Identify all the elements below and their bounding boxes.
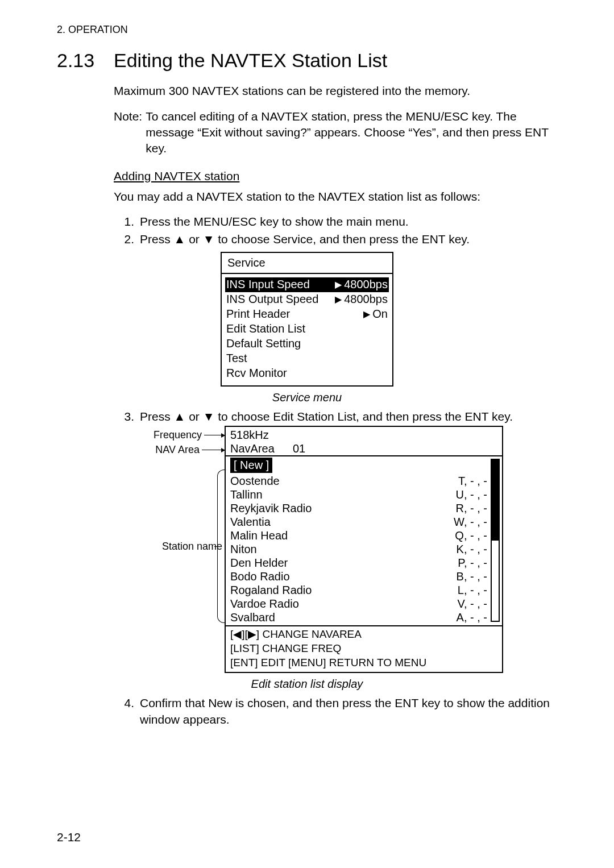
service-menu-item-print-header[interactable]: Print Header On (226, 307, 388, 322)
service-menu-item-edit-station-list[interactable]: Edit Station List (226, 322, 388, 337)
edit-station-list-footer: [][] CHANGE NAVAREA [LIST] CHANGE FREQ [… (226, 625, 502, 672)
service-menu-item-ins-output-speed[interactable]: INS Output Speed 4800bps (226, 292, 388, 307)
page-number: 2-12 (57, 829, 81, 845)
triangle-right-icon (335, 293, 342, 306)
service-menu-item-test[interactable]: Test (226, 351, 388, 366)
station-row[interactable]: SvalbardA, - , - (230, 610, 487, 624)
note-block: Note: To cancel editing of a NAVTEX stat… (114, 109, 557, 157)
triangle-right-icon (335, 279, 342, 291)
triangle-up-icon (174, 232, 186, 246)
section-title: 2.13 Editing the NAVTEX Station List (57, 48, 557, 74)
arrow-icon (202, 450, 225, 450)
scrollbar-thumb[interactable] (492, 460, 499, 541)
station-row[interactable]: TallinnU, - , - (230, 488, 487, 501)
step-1: 1. Press the MENU/ESC key to show the ma… (114, 214, 557, 230)
station-row[interactable]: Reykjavik RadioR, - , - (230, 501, 487, 515)
scrollbar[interactable] (491, 459, 500, 622)
step-text: Press or to choose Edit Station List, an… (140, 409, 513, 425)
arrow-icon (204, 435, 225, 435)
station-row[interactable]: Bodo RadioB, - , - (230, 570, 487, 583)
edit-station-list-caption: Edit station list display (57, 676, 557, 692)
footer-line-2: [LIST] CHANGE FREQ (230, 642, 497, 656)
section-number: 2.13 (57, 48, 114, 74)
triangle-left-icon (233, 628, 242, 640)
service-menu-item-rcv-monitor[interactable]: Rcv Monitor (226, 366, 388, 381)
step-2: 2. Press or to choose Service, and then … (114, 231, 557, 247)
frequency-value: 518kHz (230, 427, 293, 443)
note-label: Note: (114, 109, 142, 157)
callout-station-name: Station name (162, 539, 222, 553)
step-text: Press or to choose Service, and then pre… (140, 231, 470, 247)
edit-station-list-header: 518kHz NavArea 01 (226, 427, 502, 456)
step-list: 1. Press the MENU/ESC key to show the ma… (114, 214, 557, 247)
section-heading: Editing the NAVTEX Station List (114, 48, 387, 74)
step-number: 3. (114, 409, 140, 425)
running-head: 2. OPERATION (57, 23, 557, 36)
step-4: 4. Confirm that New is chosen, and then … (114, 695, 557, 728)
callout-navarea: NAV Area (155, 443, 200, 456)
footer-line-3: [ENT] EDIT [MENU] RETURN TO MENU (230, 656, 497, 670)
callout-column: Frequency NAV Area Station name (111, 426, 225, 673)
step-number: 2. (114, 231, 140, 247)
service-menu-title: Service (222, 253, 392, 274)
triangle-down-icon (203, 410, 215, 423)
station-row[interactable]: NitonK, - , - (230, 542, 487, 556)
navarea-row: NavArea 01 (230, 442, 497, 455)
service-menu: Service INS Input Speed 4800bps INS Outp… (221, 252, 393, 387)
edit-station-list-box: 518kHz NavArea 01 [ New ] OostendeT, - ,… (225, 426, 503, 673)
service-menu-item-default-setting[interactable]: Default Setting (226, 337, 388, 351)
sub-intro: You may add a NAVTEX station to the NAVT… (114, 189, 557, 205)
callout-frequency: Frequency (154, 428, 202, 442)
triangle-right-icon (248, 628, 256, 640)
station-row[interactable]: ValentiaW, - , - (230, 515, 487, 529)
service-menu-body: INS Input Speed 4800bps INS Output Speed… (222, 274, 392, 385)
edit-station-list-figure: Frequency NAV Area Station name 518kHz N… (111, 426, 503, 673)
intro-paragraph: Maximum 300 NAVTEX stations can be regis… (114, 83, 557, 99)
note-text: To cancel editing of a NAVTEX station, p… (146, 109, 557, 157)
station-list-new[interactable]: [ New ] (230, 456, 487, 474)
navarea-label: NavArea (230, 441, 293, 456)
section-body: Maximum 300 NAVTEX stations can be regis… (114, 83, 557, 247)
station-row[interactable]: Rogaland RadioL, - , - (230, 583, 487, 597)
station-row[interactable]: Den HelderP, - , - (230, 556, 487, 570)
station-row[interactable]: OostendeT, - , - (230, 474, 487, 488)
step-text: Confirm that New is chosen, and then pre… (140, 695, 557, 728)
step-number: 4. (114, 695, 140, 728)
station-row[interactable]: Malin HeadQ, - , - (230, 529, 487, 542)
triangle-up-icon (174, 410, 186, 423)
subheading-adding-station: Adding NAVTEX station (114, 168, 557, 184)
station-row[interactable]: Vardoe RadioV, - , - (230, 597, 487, 610)
triangle-down-icon (203, 232, 215, 246)
step-text: Press the MENU/ESC key to show the main … (140, 214, 409, 230)
station-list: [ New ] OostendeT, - , - TallinnU, - , -… (230, 456, 491, 624)
page: 2. OPERATION 2.13 Editing the NAVTEX Sta… (0, 0, 614, 868)
service-menu-caption: Service menu (57, 390, 557, 405)
step-3: 3. Press or to choose Edit Station List,… (114, 409, 557, 425)
step-number: 1. (114, 214, 140, 230)
footer-line-1: [][] CHANGE NAVAREA (230, 628, 497, 642)
service-menu-item-ins-input-speed[interactable]: INS Input Speed 4800bps (225, 277, 389, 292)
triangle-right-icon (363, 308, 370, 321)
brace-icon (217, 470, 225, 623)
frequency-row: 518kHz (230, 428, 497, 442)
navarea-value: 01 (293, 441, 305, 456)
